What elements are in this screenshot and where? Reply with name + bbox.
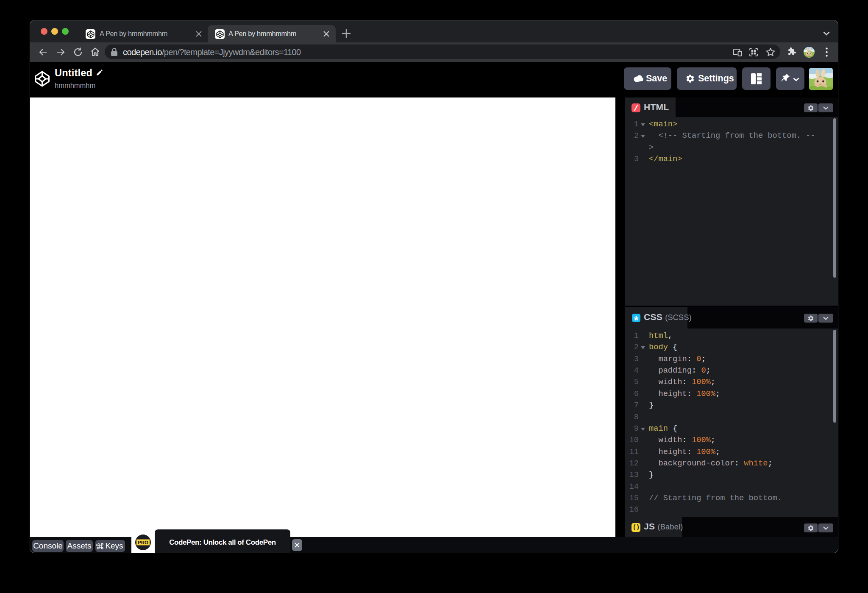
svg-text:PRO: PRO [138, 540, 148, 545]
